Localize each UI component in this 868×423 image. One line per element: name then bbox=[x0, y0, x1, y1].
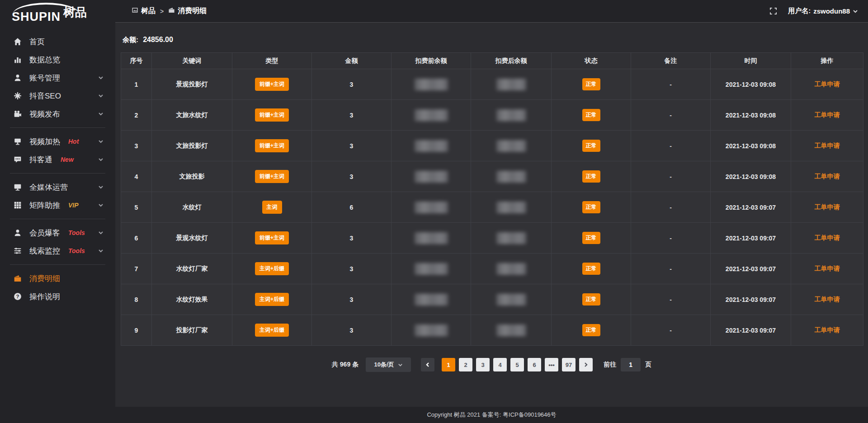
heat-monitor-icon bbox=[14, 137, 23, 146]
column-header: 关键词 bbox=[152, 53, 232, 69]
cell-time: 2021-12-03 09:07 bbox=[711, 192, 791, 223]
sidebar-item-video-publish[interactable]: 视频发布 bbox=[0, 105, 115, 123]
cell-action: 工单申请 bbox=[791, 161, 863, 192]
work-order-link[interactable]: 工单申请 bbox=[815, 203, 840, 211]
prev-page-button[interactable] bbox=[421, 358, 434, 371]
redacted-balance-after bbox=[496, 294, 526, 306]
cell-balance-before bbox=[392, 161, 471, 192]
sidebar-item-home[interactable]: 首页 bbox=[0, 33, 115, 51]
redacted-balance-before bbox=[415, 232, 448, 244]
cell-balance-before bbox=[392, 131, 471, 161]
page-size-select[interactable]: 10条/页 bbox=[366, 357, 411, 372]
sidebar-item-label: 会员爆客 bbox=[29, 228, 60, 238]
cell-remark: - bbox=[631, 284, 711, 315]
cell-balance-before bbox=[392, 100, 471, 131]
page-button-6[interactable]: 6 bbox=[528, 358, 541, 371]
table-row: 3文旅投影灯前缀+主词3正常-2021-12-03 09:08工单申请 bbox=[121, 131, 863, 161]
sidebar-divider bbox=[10, 127, 105, 128]
cell-index: 8 bbox=[121, 284, 152, 315]
cell-status: 正常 bbox=[552, 100, 631, 131]
sidebar-item-consumption-details[interactable]: 消费明细 bbox=[0, 269, 115, 287]
work-order-link[interactable]: 工单申请 bbox=[815, 80, 840, 88]
sidebar-item-label: 数据总览 bbox=[29, 55, 60, 65]
cell-remark: - bbox=[631, 69, 711, 100]
cell-type: 主词+后缀 bbox=[232, 254, 312, 284]
cell-type: 前缀+主词 bbox=[232, 69, 312, 100]
fullscreen-icon[interactable] bbox=[769, 7, 777, 15]
next-page-button[interactable] bbox=[579, 358, 593, 371]
cell-status: 正常 bbox=[552, 69, 631, 100]
page-button-5[interactable]: 5 bbox=[510, 358, 524, 371]
sidebar-item-label: 矩阵助推 bbox=[29, 200, 60, 211]
work-order-link[interactable]: 工单申请 bbox=[815, 111, 840, 118]
cell-amount: 3 bbox=[312, 284, 392, 315]
redacted-balance-before bbox=[415, 324, 448, 336]
sidebar-item-instructions[interactable]: ?操作说明 bbox=[0, 287, 115, 306]
breadcrumb-separator: > bbox=[160, 8, 164, 15]
cell-balance-before bbox=[392, 315, 471, 346]
cell-status: 正常 bbox=[552, 131, 631, 161]
work-order-link[interactable]: 工单申请 bbox=[815, 142, 840, 149]
work-order-link[interactable]: 工单申请 bbox=[815, 173, 840, 180]
main-content: 余额: 24856.00 序号关键词类型金额扣费前余额扣费后余额状态备注时间操作… bbox=[115, 23, 868, 407]
page-ellipsis-button[interactable]: ••• bbox=[545, 358, 558, 371]
sidebar-item-douketong[interactable]: 抖客通New bbox=[0, 150, 115, 169]
balance-value: 24856.00 bbox=[143, 36, 173, 43]
sidebar-item-label: 视频发布 bbox=[29, 109, 60, 119]
picture-icon bbox=[132, 7, 138, 15]
cell-amount: 3 bbox=[312, 100, 392, 131]
sidebar: SHUPIN树品 首页数据总览账号管理抖音SEO视频发布视频加热Hot抖客通Ne… bbox=[0, 0, 115, 423]
cell-time: 2021-12-03 09:08 bbox=[711, 161, 791, 192]
status-badge: 正常 bbox=[582, 170, 600, 183]
redacted-balance-before bbox=[415, 171, 448, 183]
cell-remark: - bbox=[631, 315, 711, 346]
cell-balance-after bbox=[471, 131, 552, 161]
work-order-link[interactable]: 工单申请 bbox=[815, 326, 840, 334]
cell-index: 4 bbox=[121, 161, 152, 192]
work-order-link[interactable]: 工单申请 bbox=[815, 296, 840, 303]
sidebar-divider bbox=[10, 264, 105, 265]
username-dropdown[interactable]: 用户名: zswodun88 bbox=[788, 7, 858, 15]
chevron-down-icon bbox=[398, 362, 403, 367]
copyright-text: Copyright 树品 2021 备案号: 粤ICP备09019646号 bbox=[427, 411, 556, 419]
chevron-down-icon bbox=[98, 93, 104, 99]
status-badge: 正常 bbox=[582, 109, 600, 121]
sidebar-item-video-heating[interactable]: 视频加热Hot bbox=[0, 132, 115, 150]
sidebar-item-label: 线索监控 bbox=[29, 246, 60, 256]
chevron-down-icon bbox=[98, 139, 104, 144]
sidebar-item-douyin-seo[interactable]: 抖音SEO bbox=[0, 87, 115, 105]
redacted-balance-before bbox=[415, 294, 448, 306]
page-button-1[interactable]: 1 bbox=[442, 358, 455, 371]
page-size-value: 10条/页 bbox=[374, 361, 394, 369]
breadcrumb-item-current[interactable]: 消费明细 bbox=[168, 6, 207, 16]
sidebar-item-data-overview[interactable]: 数据总览 bbox=[0, 51, 115, 69]
cell-time: 2021-12-03 09:07 bbox=[711, 315, 791, 346]
sidebar-item-account-management[interactable]: 账号管理 bbox=[0, 69, 115, 87]
column-header: 扣费后余额 bbox=[471, 53, 552, 69]
cell-amount: 3 bbox=[312, 161, 392, 192]
cell-index: 3 bbox=[121, 131, 152, 161]
breadcrumb-item-home[interactable]: 树品 bbox=[132, 6, 156, 16]
work-order-link[interactable]: 工单申请 bbox=[815, 265, 840, 272]
sidebar-item-media-operation[interactable]: 全媒体运营 bbox=[0, 178, 115, 196]
page-button-2[interactable]: 2 bbox=[459, 358, 472, 371]
work-order-link[interactable]: 工单申请 bbox=[815, 234, 840, 241]
type-badge: 前缀+主词 bbox=[255, 108, 289, 122]
sidebar-item-clue-monitor[interactable]: 线索监控Tools bbox=[0, 242, 115, 260]
goto-page: 前往 页 bbox=[604, 358, 651, 371]
goto-page-input[interactable] bbox=[621, 358, 641, 371]
username-label: 用户名: bbox=[788, 7, 811, 15]
cell-action: 工单申请 bbox=[791, 315, 863, 346]
column-header: 序号 bbox=[121, 53, 152, 69]
cell-keyword: 水纹灯 bbox=[152, 192, 232, 223]
page-button-4[interactable]: 4 bbox=[493, 358, 507, 371]
redacted-balance-before bbox=[415, 140, 448, 152]
type-badge: 前缀+主词 bbox=[255, 231, 289, 244]
table-row: 6景观水纹灯前缀+主词3正常-2021-12-03 09:07工单申请 bbox=[121, 223, 863, 254]
page-button-97[interactable]: 97 bbox=[562, 358, 576, 371]
redacted-balance-after bbox=[496, 140, 526, 152]
page-button-3[interactable]: 3 bbox=[476, 358, 490, 371]
sidebar-item-member-burst[interactable]: 会员爆客Tools bbox=[0, 224, 115, 242]
cell-balance-after bbox=[471, 223, 552, 254]
sidebar-item-matrix-boost[interactable]: 矩阵助推VIP bbox=[0, 196, 115, 214]
